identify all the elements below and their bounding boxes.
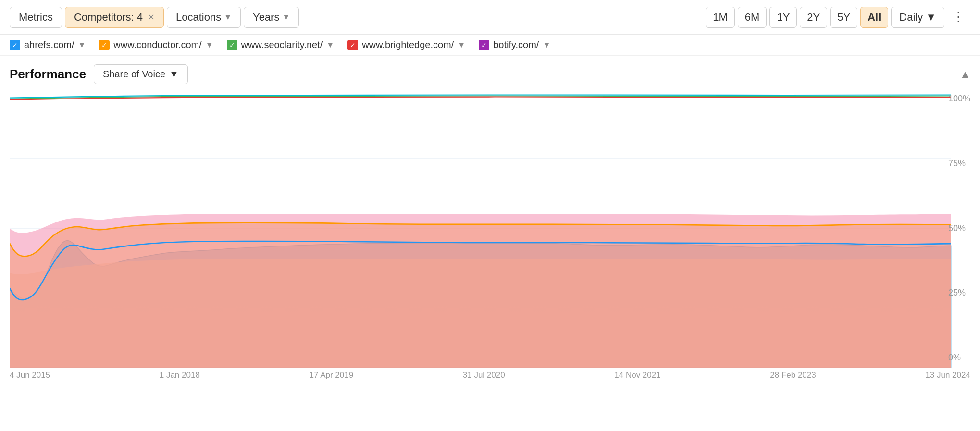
chevron-down-icon: ▼ xyxy=(224,13,232,22)
x-label-2: 1 Jan 2018 xyxy=(160,370,200,380)
competitor-row: ✓ ahrefs.com/ ▼ ✓ www.conductor.com/ ▼ ✓… xyxy=(0,35,980,56)
daily-button[interactable]: Daily ▼ xyxy=(891,7,944,28)
time-6m-button[interactable]: 6M xyxy=(738,7,767,28)
competitor-botify[interactable]: ✓ botify.com/ ▼ xyxy=(479,39,550,50)
competitor-conductor[interactable]: ✓ www.conductor.com/ ▼ xyxy=(99,39,213,50)
toolbar: Metrics Competitors: 4 ✕ Locations ▼ Yea… xyxy=(0,0,980,35)
performance-title: Performance xyxy=(10,67,86,82)
x-label-3: 17 Apr 2019 xyxy=(309,370,353,380)
chevron-down-icon: ▼ xyxy=(169,69,179,80)
chevron-down-icon: ▼ xyxy=(326,41,334,49)
x-label-1: 4 Jun 2015 xyxy=(10,370,50,380)
x-label-7: 13 Jun 2024 xyxy=(925,370,970,380)
botify-label: botify.com/ xyxy=(493,39,539,50)
sov-dropdown-button[interactable]: Share of Voice ▼ xyxy=(94,64,188,84)
brightedge-label: www.brightedge.com/ xyxy=(362,39,454,50)
locations-label: Locations xyxy=(176,11,221,24)
chevron-down-icon: ▼ xyxy=(78,41,86,49)
time-1m-button[interactable]: 1M xyxy=(706,7,735,28)
checkbox-seoclarity[interactable]: ✓ xyxy=(227,40,237,50)
chevron-down-icon: ▼ xyxy=(458,41,465,49)
chevron-down-icon: ▼ xyxy=(926,11,936,24)
metrics-button[interactable]: Metrics xyxy=(10,7,62,28)
competitor-seoclarity[interactable]: ✓ www.seoclarity.net/ ▼ xyxy=(227,39,335,50)
toolbar-right: 1M 6M 1Y 2Y 5Y All Daily ▼ ⋮ xyxy=(706,6,970,28)
chevron-down-icon: ▼ xyxy=(206,41,213,49)
competitors-button[interactable]: Competitors: 4 ✕ xyxy=(65,7,164,28)
time-5y-button[interactable]: 5Y xyxy=(830,7,857,28)
checkbox-brightedge[interactable]: ✓ xyxy=(347,40,358,50)
checkbox-botify[interactable]: ✓ xyxy=(479,40,489,50)
years-label: Years xyxy=(253,11,279,24)
chart-svg xyxy=(10,89,970,368)
daily-label: Daily xyxy=(899,11,923,24)
conductor-label: www.conductor.com/ xyxy=(113,39,201,50)
chevron-down-icon: ▼ xyxy=(282,13,290,22)
checkbox-conductor[interactable]: ✓ xyxy=(99,40,110,50)
performance-header: Performance Share of Voice ▼ ▲ xyxy=(0,56,980,89)
x-label-5: 14 Nov 2021 xyxy=(614,370,660,380)
years-button[interactable]: Years ▼ xyxy=(244,7,299,28)
checkbox-ahrefs[interactable]: ✓ xyxy=(10,40,20,50)
more-options-button[interactable]: ⋮ xyxy=(947,6,970,28)
competitor-brightedge[interactable]: ✓ www.brightedge.com/ ▼ xyxy=(347,39,465,50)
seoclarity-label: www.seoclarity.net/ xyxy=(241,39,323,50)
x-axis-labels: 4 Jun 2015 1 Jan 2018 17 Apr 2019 31 Jul… xyxy=(0,368,980,380)
toolbar-left: Metrics Competitors: 4 ✕ Locations ▼ Yea… xyxy=(10,7,703,28)
time-all-button[interactable]: All xyxy=(860,7,888,28)
competitors-label: Competitors: 4 xyxy=(74,11,143,24)
collapse-button[interactable]: ▲ xyxy=(960,68,970,81)
sov-label: Share of Voice xyxy=(103,69,165,80)
close-icon[interactable]: ✕ xyxy=(148,12,155,23)
chevron-down-icon: ▼ xyxy=(543,41,550,49)
chart-container: 100% 75% 50% 25% 0% xyxy=(10,89,970,368)
competitor-ahrefs[interactable]: ✓ ahrefs.com/ ▼ xyxy=(10,39,86,50)
x-label-6: 28 Feb 2023 xyxy=(770,370,816,380)
x-label-4: 31 Jul 2020 xyxy=(463,370,505,380)
ahrefs-label: ahrefs.com/ xyxy=(24,39,74,50)
time-2y-button[interactable]: 2Y xyxy=(800,7,827,28)
time-1y-button[interactable]: 1Y xyxy=(769,7,797,28)
locations-button[interactable]: Locations ▼ xyxy=(167,7,241,28)
